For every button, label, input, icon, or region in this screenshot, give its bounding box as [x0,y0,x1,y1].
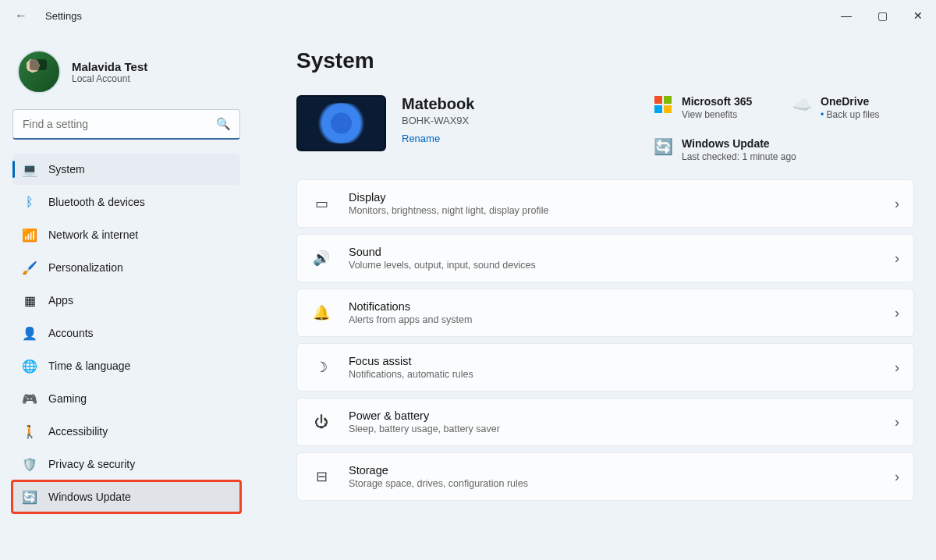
card-notifications[interactable]: 🔔 Notifications Alerts from apps and sys… [296,289,914,337]
nav-item-bluetooth[interactable]: ᛒ Bluetooth & devices [12,186,240,218]
titlebar: ← Settings — ▢ ✕ [0,0,936,31]
bell-icon: 🔔 [311,304,332,321]
window-controls: — ▢ ✕ [828,0,936,31]
nav-item-time-language[interactable]: 🌐 Time & language [12,350,240,381]
card-storage[interactable]: ⊟ Storage Storage space, drives, configu… [296,452,914,501]
nav-label: Bluetooth & devices [48,196,145,208]
chevron-right-icon: › [895,305,899,321]
nav-label: Accessibility [48,425,108,438]
microsoft-365-item[interactable]: Microsoft 365 View benefits [654,95,771,120]
storage-icon: ⊟ [311,468,332,485]
update-icon: 🔄 [654,137,672,156]
account-block[interactable]: Malavida Test Local Account [17,50,240,94]
card-sub: Monitors, brightness, night light, displ… [349,205,878,216]
device-info: Matebook BOHK-WAX9X Rename [402,95,474,144]
nav-item-accounts[interactable]: 👤 Accounts [12,317,240,349]
chevron-right-icon: › [895,196,899,212]
power-icon: ⏻ [311,414,332,431]
nav-item-accessibility[interactable]: 🚶 Accessibility [12,416,240,447]
chevron-right-icon: › [895,250,899,267]
search-input[interactable] [12,109,240,140]
nav-label: Windows Update [48,491,131,503]
card-title: Sound [349,246,878,258]
device-name: Matebook [402,95,474,113]
nav-label: Gaming [48,392,87,405]
onedrive-item[interactable]: ☁️ OneDrive Back up files [792,95,909,120]
accessibility-icon: 🚶 [22,424,37,439]
sound-icon: 🔊 [311,250,332,267]
account-type: Local Account [72,73,147,84]
window-title: Settings [45,10,82,22]
nav-item-apps[interactable]: ▦ Apps [12,285,240,316]
back-button[interactable]: ← [11,9,31,23]
main-pane: System Matebook BOHK-WAX9X Rename Micros… [250,31,936,560]
gaming-icon: 🎮 [22,391,37,406]
minimize-button[interactable]: — [828,0,864,31]
avatar [17,50,61,94]
card-focus-assist[interactable]: ☽ Focus assist Notifications, automatic … [296,343,914,392]
card-sub: Sleep, battery usage, battery saver [349,424,878,434]
moon-icon: ☽ [311,359,332,376]
m365-sub: View benefits [682,109,752,120]
wifi-icon: 📶 [22,227,37,243]
device-model: BOHK-WAX9X [402,115,474,126]
nav-item-privacy[interactable]: 🛡️ Privacy & security [12,448,240,480]
accounts-icon: 👤 [22,325,37,341]
card-sub: Volume levels, output, input, sound devi… [349,260,878,271]
wu-sub: Last checked: 1 minute ago [682,151,796,162]
display-icon: ▭ [311,195,332,212]
rename-link[interactable]: Rename [402,133,474,144]
search-icon: 🔍 [216,117,231,131]
nav-label: Apps [48,294,73,307]
card-sub: Alerts from apps and system [349,314,878,325]
nav-label: Privacy & security [48,458,135,470]
nav-list: 💻 System ᛒ Bluetooth & devices 📶 Network… [12,154,240,512]
nav-item-system[interactable]: 💻 System [12,154,240,185]
chevron-right-icon: › [895,469,899,485]
nav-label: Personalization [48,261,123,274]
account-name: Malavida Test [72,60,147,73]
nav-label: System [48,163,85,175]
wu-title: Windows Update [682,137,796,150]
card-power-battery[interactable]: ⏻ Power & battery Sleep, battery usage, … [296,398,914,446]
card-title: Storage [349,464,878,477]
nav-item-network[interactable]: 📶 Network & internet [12,219,240,250]
card-sub: Storage space, drives, configuration rul… [349,478,878,489]
onedrive-icon: ☁️ [792,95,811,114]
nav-item-windows-update[interactable]: 🔄 Windows Update [12,481,240,512]
card-title: Display [349,191,878,204]
bluetooth-icon: ᛒ [22,194,37,210]
card-title: Focus assist [349,355,878,367]
apps-icon: ▦ [22,292,37,308]
shield-icon: 🛡️ [22,456,37,472]
chevron-right-icon: › [895,360,899,376]
microsoft-365-icon [654,95,672,114]
update-icon: 🔄 [22,489,37,505]
m365-title: Microsoft 365 [682,95,752,108]
nav-label: Time & language [48,360,130,372]
maximize-button[interactable]: ▢ [864,0,900,31]
chevron-right-icon: › [895,414,899,431]
system-icon: 💻 [22,161,37,177]
page-heading: System [296,48,914,73]
device-thumbnail [296,95,386,151]
card-title: Notifications [349,300,878,313]
card-sub: Notifications, automatic rules [349,369,878,380]
nav-label: Accounts [48,327,94,339]
sidebar: Malavida Test Local Account 🔍 💻 System ᛒ… [0,31,250,560]
nav-item-personalization[interactable]: 🖌️ Personalization [12,252,240,283]
card-title: Power & battery [349,409,878,422]
search-box[interactable]: 🔍 [12,109,240,140]
brush-icon: 🖌️ [22,260,37,275]
cloud-column: Microsoft 365 View benefits ☁️ OneDrive … [654,95,914,162]
nav-label: Network & internet [48,229,138,241]
card-sound[interactable]: 🔊 Sound Volume levels, output, input, so… [296,234,914,282]
globe-icon: 🌐 [22,358,37,374]
onedrive-sub: Back up files [821,109,880,120]
windows-update-item[interactable]: 🔄 Windows Update Last checked: 1 minute … [654,137,909,162]
close-button[interactable]: ✕ [900,0,936,31]
nav-item-gaming[interactable]: 🎮 Gaming [12,383,240,414]
onedrive-title: OneDrive [821,95,880,108]
device-row: Matebook BOHK-WAX9X Rename Microsoft 365… [296,95,914,162]
card-display[interactable]: ▭ Display Monitors, brightness, night li… [296,179,914,228]
